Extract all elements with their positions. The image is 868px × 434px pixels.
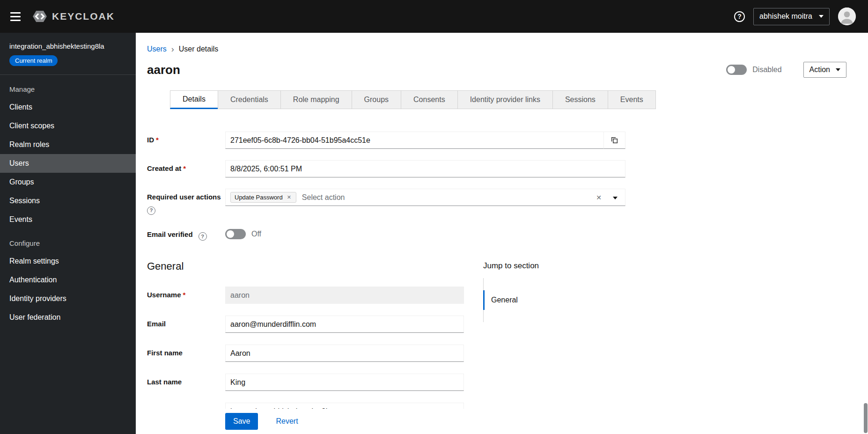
main-content: Users › User details aaron Disabled Acti… bbox=[136, 33, 868, 434]
jump-to-section-list: General bbox=[483, 278, 539, 322]
scrollbar-thumb[interactable] bbox=[864, 403, 868, 433]
form-row-email-verified: Email verified ? Off bbox=[147, 226, 868, 241]
form-row-last-name: Last name bbox=[147, 374, 483, 391]
email-verified-state: Off bbox=[251, 230, 261, 238]
scrollbar[interactable] bbox=[863, 33, 868, 434]
created-at-label-text: Created at bbox=[147, 164, 181, 172]
chevron-down-icon bbox=[819, 15, 824, 18]
tab-events[interactable]: Events bbox=[608, 90, 656, 109]
brand-text: KEYCLOAK bbox=[52, 11, 115, 22]
required-user-actions-label-text: Required user actions bbox=[147, 193, 221, 202]
tab-groups[interactable]: Groups bbox=[352, 90, 401, 109]
breadcrumb-separator-icon: › bbox=[171, 45, 174, 53]
general-form: General Username* Email bbox=[147, 260, 483, 432]
required-user-actions-label: Required user actions ? bbox=[147, 189, 225, 215]
sidebar-item-user-federation[interactable]: User federation bbox=[0, 308, 136, 327]
tab-credentials[interactable]: Credentials bbox=[218, 90, 281, 109]
sidebar-item-authentication[interactable]: Authentication bbox=[0, 271, 136, 289]
hamburger-icon bbox=[10, 12, 21, 21]
sidebar-item-users[interactable]: Users bbox=[0, 154, 136, 173]
help-icon[interactable]: ? bbox=[147, 206, 155, 215]
toggle-knob bbox=[227, 230, 234, 238]
created-at-label: Created at* bbox=[147, 160, 225, 173]
select-toggle-button[interactable] bbox=[610, 192, 620, 203]
keycloak-logo-icon bbox=[32, 8, 48, 24]
masthead: KEYCLOAK ? abhishek moitra bbox=[0, 0, 868, 33]
current-realm-badge: Current realm bbox=[9, 55, 58, 66]
sidebar: integration_abhishektesting8la Current r… bbox=[0, 33, 136, 434]
chip-remove-button[interactable]: ✕ bbox=[286, 194, 292, 200]
form-row-first-name: First name bbox=[147, 345, 483, 362]
copy-button[interactable] bbox=[604, 132, 625, 149]
form-row-required-user-actions: Required user actions ? Update Password … bbox=[147, 189, 868, 215]
tab-consents[interactable]: Consents bbox=[401, 90, 458, 109]
sidebar-item-clients[interactable]: Clients bbox=[0, 98, 136, 117]
email-label: Email bbox=[147, 316, 225, 329]
email-verified-control: Off bbox=[225, 226, 261, 239]
copy-icon bbox=[611, 136, 618, 144]
username-label-text: Username bbox=[147, 291, 181, 299]
revert-button[interactable]: Revert bbox=[276, 417, 298, 426]
first-name-label-text: First name bbox=[147, 349, 183, 357]
sidebar-item-events[interactable]: Events bbox=[0, 210, 136, 229]
action-dropdown[interactable]: Action bbox=[803, 62, 846, 78]
id-input-group bbox=[225, 132, 625, 149]
breadcrumb: Users › User details bbox=[147, 45, 868, 53]
sidebar-item-groups[interactable]: Groups bbox=[0, 173, 136, 191]
email-label-text: Email bbox=[147, 320, 166, 328]
select-action-input[interactable] bbox=[296, 190, 593, 205]
sidebar-item-client-scopes[interactable]: Client scopes bbox=[0, 117, 136, 135]
last-name-label: Last name bbox=[147, 374, 225, 387]
id-input[interactable] bbox=[225, 132, 604, 149]
menu-toggle-button[interactable] bbox=[0, 0, 31, 33]
user-menu-dropdown[interactable]: abhishek moitra bbox=[753, 8, 830, 25]
general-heading: General bbox=[147, 260, 483, 272]
title-row: aaron Disabled Action bbox=[147, 62, 868, 78]
sidebar-item-sessions[interactable]: Sessions bbox=[0, 191, 136, 210]
email-verified-label-text: Email verified bbox=[147, 230, 193, 238]
save-button[interactable]: Save bbox=[225, 413, 258, 430]
sidebar-item-realm-roles[interactable]: Realm roles bbox=[0, 135, 136, 154]
last-name-input[interactable] bbox=[225, 374, 464, 391]
tab-sessions[interactable]: Sessions bbox=[552, 90, 608, 109]
chevron-down-icon bbox=[613, 197, 618, 199]
nav-group-manage: Manage bbox=[0, 75, 136, 98]
chevron-down-icon bbox=[836, 68, 840, 71]
clear-selection-button[interactable]: ✕ bbox=[593, 192, 604, 203]
required-asterisk: * bbox=[183, 291, 186, 299]
nav-group-configure: Configure bbox=[0, 229, 136, 252]
breadcrumb-users-link[interactable]: Users bbox=[147, 45, 167, 53]
tabs: Details Credentials Role mapping Groups … bbox=[170, 90, 868, 109]
keycloak-admin-console: KEYCLOAK ? abhishek moitra integra bbox=[0, 0, 868, 434]
form-row-id: ID* bbox=[147, 132, 868, 149]
created-at-input[interactable] bbox=[225, 160, 625, 177]
required-user-actions-select[interactable]: Update Password ✕ ✕ bbox=[225, 189, 625, 206]
form-row-username: Username* bbox=[147, 287, 483, 304]
tab-identity-provider-links[interactable]: Identity provider links bbox=[457, 90, 553, 109]
form-row-created-at: Created at* bbox=[147, 160, 868, 177]
tab-role-mapping[interactable]: Role mapping bbox=[280, 90, 352, 109]
enabled-toggle[interactable] bbox=[726, 65, 747, 75]
first-name-input[interactable] bbox=[225, 345, 464, 362]
jump-link-general[interactable]: General bbox=[484, 290, 525, 310]
help-icon[interactable]: ? bbox=[199, 232, 207, 241]
sidebar-item-identity-providers[interactable]: Identity providers bbox=[0, 289, 136, 308]
avatar[interactable] bbox=[838, 7, 856, 25]
username-label: Username* bbox=[147, 287, 225, 300]
required-asterisk: * bbox=[156, 136, 159, 144]
action-dropdown-label: Action bbox=[809, 66, 830, 74]
realm-switcher[interactable]: integration_abhishektesting8la Current r… bbox=[0, 33, 136, 75]
title-actions: Disabled Action bbox=[726, 62, 846, 78]
sidebar-item-realm-settings[interactable]: Realm settings bbox=[0, 252, 136, 271]
toggle-knob bbox=[728, 66, 735, 74]
chip-update-password: Update Password ✕ bbox=[230, 192, 296, 203]
id-label: ID* bbox=[147, 132, 225, 145]
help-button[interactable]: ? bbox=[734, 11, 745, 22]
tab-details[interactable]: Details bbox=[170, 90, 218, 109]
form-action-bar: Save Revert bbox=[136, 409, 868, 434]
email-verified-toggle[interactable] bbox=[225, 229, 246, 239]
user-avatar-icon bbox=[838, 7, 856, 25]
content: Users › User details aaron Disabled Acti… bbox=[136, 33, 868, 434]
email-input[interactable] bbox=[225, 316, 464, 333]
user-details-form: ID* bbox=[147, 132, 868, 241]
